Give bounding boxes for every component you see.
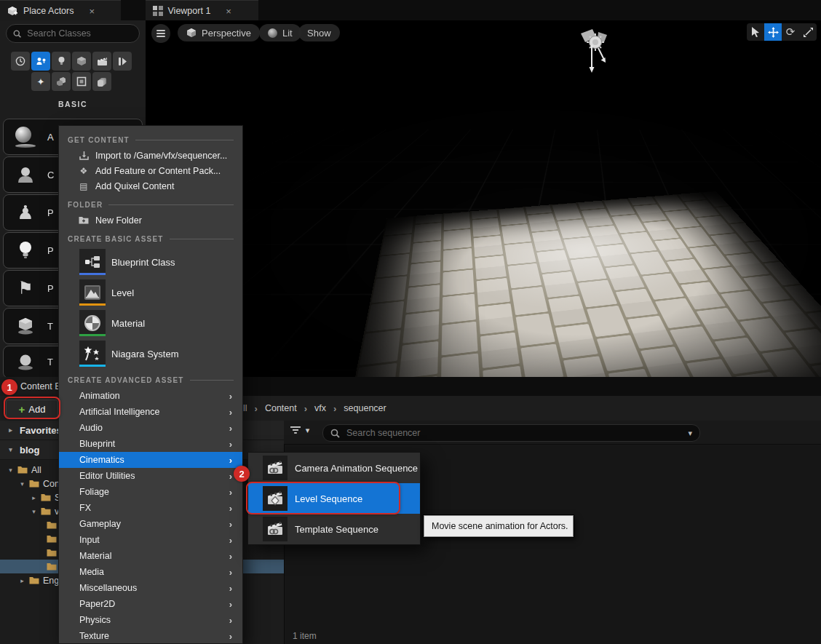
tab-viewport-1[interactable]: Viewport 1 × [146, 0, 258, 21]
category-visual-effects-button[interactable]: ✦ [31, 72, 50, 91]
category-media-button[interactable] [113, 52, 132, 71]
lit-mode-button[interactable]: Lit [259, 24, 301, 41]
spotlight-icon[interactable] [576, 28, 613, 73]
rotate-tool-button[interactable]: ⟳ [782, 23, 799, 41]
submenu-item-template-sequence[interactable]: Template Sequence [248, 514, 420, 544]
menu-item-fx[interactable]: FX› [59, 500, 242, 516]
viewport-3d[interactable]: Perspective Lit Show ⟳ [146, 20, 821, 378]
menu-item-input[interactable]: Input› [59, 532, 242, 548]
menu-item-material-adv[interactable]: Material› [59, 548, 242, 564]
menu-item-add-quixel[interactable]: ▤ Add Quixel Content [59, 178, 242, 194]
menu-item-material[interactable]: Material [59, 308, 242, 338]
perspective-label: Perspective [202, 28, 251, 39]
place-actors-tabstrip: Place Actors × [0, 0, 146, 20]
breadcrumb-content[interactable]: Content [265, 403, 297, 413]
chevron-right-icon: › [229, 583, 232, 594]
filter-icon [290, 425, 301, 435]
show-menu-button[interactable]: Show [298, 24, 340, 41]
close-icon[interactable]: × [89, 6, 95, 17]
folder-icon [41, 507, 51, 515]
submenu-item-camera-animation-sequence[interactable]: Camera Animation Sequence [248, 453, 420, 483]
niagara-icon [79, 341, 106, 367]
tree-expanded-icon: ▾ [7, 466, 14, 474]
menu-item-editor-utilities[interactable]: Editor Utilities› [59, 468, 242, 484]
annotation-step-1: 1 [1, 379, 17, 395]
category-all-classes-button[interactable] [92, 72, 111, 91]
menu-item-miscellaneous[interactable]: Miscellaneous› [59, 580, 242, 596]
rotate-icon: ⟳ [786, 25, 796, 39]
menu-item-niagara-system[interactable]: Niagara System [59, 338, 242, 369]
actor-light-icon [36, 56, 47, 66]
clock-icon [15, 56, 25, 66]
category-geometry-button[interactable] [52, 72, 71, 91]
tab-label: Content B [20, 381, 61, 391]
menu-item-paper2d[interactable]: Paper2D› [59, 596, 242, 612]
menu-item-blueprint[interactable]: Blueprint› [59, 436, 242, 452]
chevron-right-icon: › [229, 535, 232, 546]
search-classes-input[interactable] [25, 28, 132, 39]
menu-item-add-feature[interactable]: ❖ Add Feature or Content Pack... [59, 163, 242, 178]
perspective-button[interactable]: Perspective [178, 24, 260, 41]
category-basic-button[interactable] [31, 52, 50, 71]
breadcrumb-sequencer[interactable]: sequencer [344, 403, 386, 413]
menu-item-foliage[interactable]: Foliage› [59, 484, 242, 500]
place-actors-icon [7, 6, 18, 17]
trigger-sphere-icon [4, 354, 47, 371]
menu-item-cinematics-highlighted[interactable]: Cinematics› [59, 452, 242, 468]
tooltip: Movie scene animation for Actors. [424, 515, 574, 537]
category-volumes-button[interactable] [72, 72, 91, 91]
layers-icon [97, 77, 108, 87]
scale-tool-button[interactable] [799, 23, 817, 41]
scale-icon [804, 28, 813, 37]
chevron-right-icon: › [229, 407, 232, 418]
unreal-editor: { "icons": { "close": "×", "chevron_righ… [0, 0, 821, 644]
category-shapes-button[interactable] [72, 52, 91, 71]
tree-collapsed-icon: ▸ [7, 426, 14, 434]
template-sequence-icon [263, 517, 287, 541]
blueprint-class-icon [79, 249, 106, 275]
category-lights-button[interactable] [52, 52, 71, 71]
category-row-2: ✦ [31, 72, 111, 91]
close-icon[interactable]: × [226, 6, 231, 17]
menu-item-new-folder[interactable]: New Folder [59, 212, 242, 228]
menu-item-artificial-intelligence[interactable]: Artificial Intelligence› [59, 404, 242, 420]
filter-button[interactable]: ▾ [290, 425, 311, 435]
material-icon [79, 310, 106, 336]
chevron-right-icon: › [255, 403, 258, 414]
menu-item-animation[interactable]: Animation› [59, 388, 242, 404]
quixel-icon: ▤ [78, 181, 90, 191]
viewport-grid-icon [153, 6, 163, 16]
category-recent-button[interactable] [11, 52, 30, 71]
tab-label: Place Actors [23, 6, 74, 16]
favorites-label: Favorites [20, 425, 62, 436]
viewport-options-button[interactable] [151, 24, 170, 43]
breadcrumb-vfx[interactable]: vfx [314, 403, 326, 413]
blog-label: blog [20, 445, 39, 456]
menu-item-blueprint-class[interactable]: Blueprint Class [59, 247, 242, 277]
menu-item-audio[interactable]: Audio› [59, 420, 242, 436]
menu-item-import[interactable]: Import to /Game/vfx/sequencer... [59, 148, 242, 163]
chevron-right-icon: › [304, 403, 307, 414]
menu-item-gameplay[interactable]: Gameplay› [59, 516, 242, 532]
menu-item-physics[interactable]: Physics› [59, 612, 242, 628]
menu-item-media[interactable]: Media› [59, 564, 242, 580]
lit-sphere-icon [268, 28, 277, 38]
search-assets-input[interactable] [345, 427, 683, 439]
folder-icon [41, 493, 51, 501]
menu-item-level[interactable]: Level [59, 277, 242, 308]
search-classes-box[interactable] [6, 24, 140, 43]
select-tool-button[interactable] [747, 23, 764, 41]
search-icon [330, 429, 340, 438]
folder-icon [17, 466, 28, 474]
move-tool-button[interactable] [764, 23, 782, 41]
category-cinematic-button[interactable] [92, 52, 111, 71]
basic-section-label: BASIC [0, 100, 146, 108]
breadcrumb-all[interactable]: ll [243, 403, 247, 413]
tab-place-actors[interactable]: Place Actors × [0, 0, 121, 21]
show-label: Show [307, 28, 331, 39]
menu-item-texture[interactable]: Texture› [59, 628, 242, 644]
search-assets-box[interactable]: ▾ [322, 424, 700, 442]
volume-panel-icon [76, 76, 87, 87]
search-icon [13, 29, 21, 39]
level-icon [79, 279, 106, 306]
